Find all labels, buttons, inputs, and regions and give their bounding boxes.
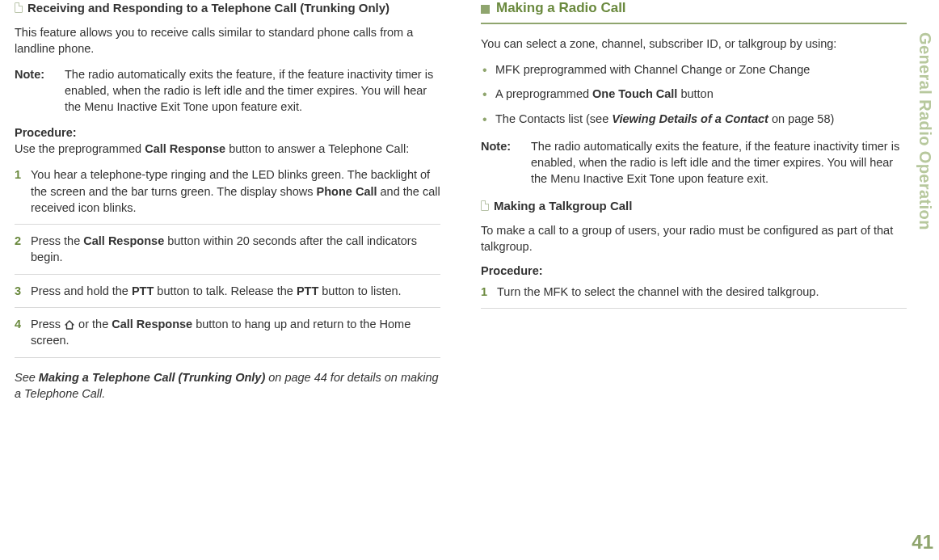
right-subheading-text: Making a Talkgroup Call — [494, 198, 907, 214]
s3c: button to talk. Release the — [154, 284, 297, 297]
b3b: Viewing Details of a Contact — [612, 112, 768, 125]
procedure-label: Procedure: — [481, 264, 907, 277]
left-step-4: Press or the Call Response button to han… — [15, 316, 440, 358]
document-icon — [15, 2, 23, 13]
square-bullet-icon — [481, 5, 490, 14]
left-step-1: You hear a telephone-type ringing and th… — [15, 166, 440, 225]
procedure-label: Procedure: — [15, 126, 440, 139]
b3c: on page 58) — [768, 112, 834, 125]
right-column: Making a Radio Call You can select a zon… — [468, 0, 915, 411]
bullet-1: MFK preprogrammed with Channel Change or… — [481, 61, 907, 78]
s3a: Press and hold the — [31, 284, 132, 297]
bullet-list: MFK preprogrammed with Channel Change or… — [481, 61, 907, 127]
left-step-2: Press the Call Response button within 20… — [15, 233, 440, 275]
b2a: A preprogrammed — [495, 87, 592, 100]
right-subintro: To make a call to a group of users, your… — [481, 222, 907, 255]
s3e: button to listen. — [318, 284, 401, 297]
s2b: Call Response — [83, 234, 164, 247]
seeA: See — [15, 371, 39, 384]
left-steps: You hear a telephone-type ringing and th… — [15, 166, 440, 357]
page-number: 41 — [912, 531, 933, 554]
right-steps: Turn the MFK to select the channel with … — [481, 284, 907, 309]
section-heading-text: Making a Radio Call — [496, 0, 907, 16]
home-icon — [64, 318, 75, 334]
s2a: Press the — [31, 234, 83, 247]
left-heading: Receiving and Responding to a Telephone … — [15, 0, 440, 16]
b3a: The Contacts list (see — [495, 112, 612, 125]
right-step-1: Turn the MFK to select the channel with … — [481, 284, 907, 309]
left-intro: This feature allows you to receive calls… — [15, 24, 440, 57]
proc-intro-a: Use the preprogrammed — [15, 142, 145, 155]
s1b: Phone Call — [317, 185, 377, 198]
left-note: Note: The radio automatically exits the … — [15, 66, 440, 115]
proc-intro-b: Call Response — [145, 142, 225, 155]
right-subheading: Making a Talkgroup Call — [481, 198, 907, 214]
b2c: button — [677, 87, 713, 100]
b2b: One Touch Call — [592, 87, 677, 100]
s3b: PTT — [132, 284, 154, 297]
s4c: Call Response — [112, 318, 192, 331]
proc-intro-c: button to answer a Telephone Call: — [225, 142, 409, 155]
bullet-3: The Contacts list (see Viewing Details o… — [481, 111, 907, 127]
page: Receiving and Responding to a Telephone … — [0, 0, 939, 411]
right-note: Note: The radio automatically exits the … — [481, 138, 907, 187]
s3d: PTT — [297, 284, 318, 297]
section-heading: Making a Radio Call — [481, 0, 907, 24]
s4b: or the — [75, 318, 112, 331]
s4a: Press — [31, 318, 64, 331]
left-step-3: Press and hold the PTT button to talk. R… — [15, 283, 440, 308]
see-note: See Making a Telephone Call (Trunking On… — [15, 369, 440, 402]
procedure-intro: Use the preprogrammed Call Response butt… — [15, 141, 440, 157]
note-body: The radio automatically exits the featur… — [65, 66, 440, 115]
left-heading-text: Receiving and Responding to a Telephone … — [27, 0, 440, 16]
note-label: Note: — [481, 138, 531, 187]
left-column: Receiving and Responding to a Telephone … — [8, 0, 468, 411]
right-intro: You can select a zone, channel, subscrib… — [481, 36, 907, 52]
bullet-2: A preprogrammed One Touch Call button — [481, 86, 907, 102]
note-label: Note: — [15, 66, 65, 115]
document-icon — [481, 200, 489, 211]
side-label: General Radio Operation — [916, 32, 934, 230]
seeB: Making a Telephone Call (Trunking Only) — [39, 371, 265, 384]
note-body: The radio automatically exits the featur… — [531, 138, 907, 187]
